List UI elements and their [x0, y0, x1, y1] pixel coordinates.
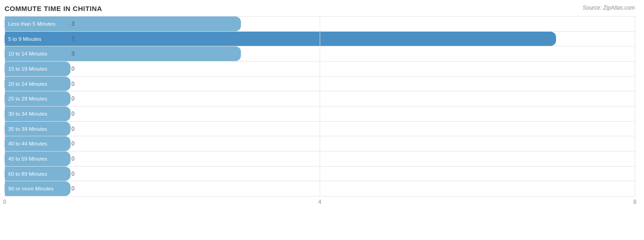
bar-label: 25 to 29 Minutes — [5, 95, 69, 103]
bar-value: 0 — [71, 111, 75, 117]
bar-label: 90 or more Minutes — [5, 184, 69, 193]
bar-value: 0 — [71, 171, 75, 177]
bar-fill — [5, 32, 556, 46]
bar-value: 7 — [71, 36, 75, 42]
bar-value: 0 — [71, 140, 75, 147]
chart-body: Less than 5 Minutes35 to 9 Minutes710 to… — [5, 16, 635, 210]
bar-value: 3 — [71, 50, 75, 57]
bar-label: 20 to 24 Minutes — [5, 80, 69, 88]
bar-label: 30 to 34 Minutes — [5, 110, 69, 118]
bar-value: 0 — [71, 156, 75, 162]
bar-label: 40 to 44 Minutes — [5, 140, 69, 148]
grid-line — [320, 16, 320, 196]
bar-label: 35 to 39 Minutes — [5, 125, 69, 133]
bar-label: 60 to 89 Minutes — [5, 170, 69, 178]
bar-value: 0 — [71, 95, 75, 102]
bar-label: 10 to 14 Minutes — [5, 50, 69, 58]
chart-container: COMMUTE TIME IN CHITINA Source: ZipAtlas… — [0, 0, 644, 240]
bar-label: Less than 5 Minutes — [5, 20, 69, 28]
bar-label: 45 to 59 Minutes — [5, 155, 69, 163]
bar-value: 0 — [71, 185, 75, 192]
chart-header: COMMUTE TIME IN CHITINA Source: ZipAtlas… — [5, 5, 635, 12]
bar-value: 0 — [71, 81, 75, 87]
bar-label: 5 to 9 Minutes — [5, 35, 69, 43]
bar-value: 0 — [71, 66, 75, 72]
bar-value: 3 — [71, 21, 75, 27]
x-axis: 048 — [5, 196, 635, 210]
x-tick: 0 — [3, 199, 6, 205]
grid-line — [635, 16, 635, 196]
x-tick: 4 — [318, 199, 322, 205]
chart-source: Source: ZipAtlas.com — [583, 5, 635, 11]
bar-value: 0 — [71, 126, 75, 132]
chart-title: COMMUTE TIME IN CHITINA — [5, 5, 102, 12]
x-tick: 8 — [633, 199, 637, 205]
bar-label: 15 to 19 Minutes — [5, 65, 69, 73]
